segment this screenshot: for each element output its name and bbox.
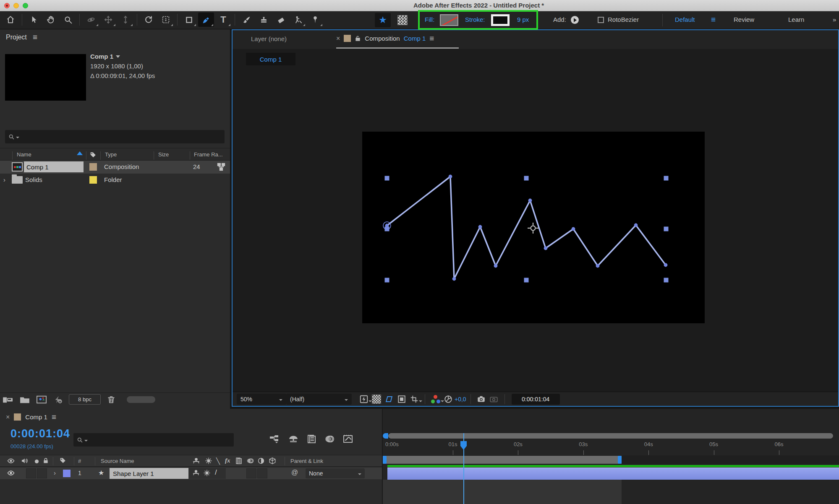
preview-comp-name[interactable]: Comp 1 xyxy=(90,53,113,60)
fill-label[interactable]: Fill: xyxy=(425,16,434,23)
delete-icon[interactable] xyxy=(107,395,116,404)
project-panel-menu-icon[interactable]: ≡ xyxy=(33,33,37,42)
selection-handle[interactable] xyxy=(664,176,669,181)
shy-toggle-icon[interactable] xyxy=(192,469,200,477)
shape-path-canvas[interactable] xyxy=(362,132,705,323)
path-vertex[interactable] xyxy=(572,227,575,231)
selection-handle[interactable] xyxy=(664,227,669,231)
workspace-menu-icon[interactable]: ≡ xyxy=(711,16,716,23)
selection-handle[interactable] xyxy=(664,278,669,283)
timeline-panel-menu-icon[interactable]: ≡ xyxy=(52,413,56,421)
color-depth-button[interactable]: 8 bpc xyxy=(69,394,101,405)
transparency-grid-icon[interactable] xyxy=(370,394,383,405)
selection-handle[interactable] xyxy=(524,278,529,283)
solo-toggle[interactable] xyxy=(37,468,47,478)
timeline-tab[interactable]: × Comp 1 ≡ xyxy=(6,413,56,421)
project-search-input[interactable] xyxy=(5,130,225,143)
expand-chevron-icon[interactable]: › xyxy=(3,176,5,183)
project-item-name[interactable]: Comp 1 xyxy=(24,161,84,172)
camera-region-tool[interactable] xyxy=(158,13,174,27)
rotobezier-checkbox[interactable] xyxy=(598,17,604,23)
rectangle-tool[interactable] xyxy=(181,13,197,27)
layer-row-shape-layer-1[interactable]: › 1 ★ Shape Layer 1 / @ None xyxy=(0,468,382,479)
gpu-acceleration-icon[interactable] xyxy=(53,395,63,404)
show-channel-icon[interactable] xyxy=(429,394,442,405)
brush-tool[interactable] xyxy=(238,13,254,27)
layer-duration-bar[interactable] xyxy=(387,468,839,480)
fill-swatch[interactable] xyxy=(440,14,458,26)
layer-viewer-tab[interactable]: Layer (none) xyxy=(251,35,287,42)
motion-blur-icon[interactable] xyxy=(324,434,335,444)
show-snapshot-icon[interactable] xyxy=(488,394,500,405)
composition-viewer-tab[interactable]: × Composition Comp 1 ≡ xyxy=(336,34,434,42)
type-tool[interactable]: T xyxy=(215,13,231,27)
interpret-footage-icon[interactable] xyxy=(3,395,13,404)
draft-3d-icon[interactable] xyxy=(288,434,299,444)
graph-editor-icon[interactable] xyxy=(342,434,353,444)
roto-brush-tool[interactable] xyxy=(290,13,306,27)
eraser-tool[interactable] xyxy=(273,13,289,27)
project-row-comp1[interactable]: Comp 1 Composition 24 xyxy=(0,161,230,174)
stroke-swatch[interactable] xyxy=(491,14,510,26)
unlock-icon[interactable] xyxy=(355,35,361,42)
path-vertex[interactable] xyxy=(494,264,498,268)
resolution-dropdown[interactable]: (Half) xyxy=(286,394,352,405)
magnification-dropdown[interactable]: 50% xyxy=(237,394,286,405)
project-item-name[interactable]: Solids xyxy=(25,176,42,183)
sort-ascending-icon[interactable] xyxy=(77,151,83,155)
collapse-toggle-icon[interactable] xyxy=(203,469,211,477)
new-composition-icon[interactable] xyxy=(36,395,47,404)
expand-layer-chevron-icon[interactable]: › xyxy=(54,469,56,476)
column-frame-rate[interactable]: Frame Ra... xyxy=(194,151,223,158)
shape-path[interactable] xyxy=(387,177,666,279)
column-source-name[interactable]: Source Name xyxy=(101,458,134,464)
motion-blur-toggle[interactable] xyxy=(246,468,256,478)
path-vertex[interactable] xyxy=(634,223,638,227)
work-area-end-handle[interactable] xyxy=(618,456,622,464)
pan-camera-tool[interactable] xyxy=(100,13,116,27)
playhead-handle[interactable] xyxy=(460,441,467,450)
mask-visibility-icon[interactable] xyxy=(383,394,395,405)
snapshot-icon[interactable] xyxy=(475,394,488,405)
path-vertex[interactable] xyxy=(449,175,452,179)
layer-visibility-eye-icon[interactable] xyxy=(7,469,15,477)
project-row-solids[interactable]: › Solids Folder xyxy=(0,174,230,187)
selection-handle[interactable] xyxy=(385,176,389,181)
horizontal-scrollbar[interactable] xyxy=(127,396,155,403)
tool-creates-shape-button[interactable]: ★ xyxy=(375,13,391,27)
timeline-search-input[interactable] xyxy=(73,433,234,447)
project-panel-title[interactable]: Project xyxy=(6,34,27,41)
timeline-horizontal-scrollbar[interactable] xyxy=(383,433,833,439)
zoom-tool[interactable] xyxy=(60,13,76,27)
quality-toggle-icon[interactable]: / xyxy=(215,468,217,477)
audio-toggle[interactable] xyxy=(26,468,36,478)
close-tab-icon[interactable]: × xyxy=(6,413,10,421)
grid-guides-options-icon[interactable] xyxy=(408,394,421,405)
column-number[interactable]: # xyxy=(78,458,81,464)
fast-previews-icon[interactable] xyxy=(358,394,370,405)
label-swatch[interactable] xyxy=(89,176,97,184)
exposure-value[interactable]: +0,0 xyxy=(455,396,466,403)
selection-handle[interactable] xyxy=(385,278,389,283)
close-window-button[interactable] xyxy=(4,3,10,8)
fullscreen-window-button[interactable] xyxy=(23,3,28,8)
close-tab-icon[interactable]: × xyxy=(336,35,340,42)
puppet-pin-tool[interactable] xyxy=(307,13,323,27)
selection-tool[interactable] xyxy=(26,13,42,27)
tool-creates-mask-button[interactable] xyxy=(395,13,410,27)
workspace-learn-tab[interactable]: Learn xyxy=(788,16,804,23)
parent-dropdown[interactable]: None xyxy=(306,468,365,478)
selection-handle[interactable] xyxy=(524,176,529,181)
clone-stamp-tool[interactable] xyxy=(256,13,272,27)
minimize-window-button[interactable] xyxy=(13,3,19,8)
path-vertex[interactable] xyxy=(544,247,548,250)
hand-tool[interactable] xyxy=(43,13,59,27)
anchor-point-icon[interactable] xyxy=(528,223,538,234)
new-folder-icon[interactable] xyxy=(19,395,30,404)
mini-flowchart-icon[interactable] xyxy=(217,162,226,171)
comp-quick-tab[interactable]: Comp 1 xyxy=(246,53,295,65)
column-parent-link[interactable]: Parent & Link xyxy=(290,458,323,464)
orbit-camera-tool[interactable] xyxy=(83,13,99,27)
label-column-icon[interactable] xyxy=(89,151,97,159)
work-area-start-handle[interactable] xyxy=(383,456,387,464)
